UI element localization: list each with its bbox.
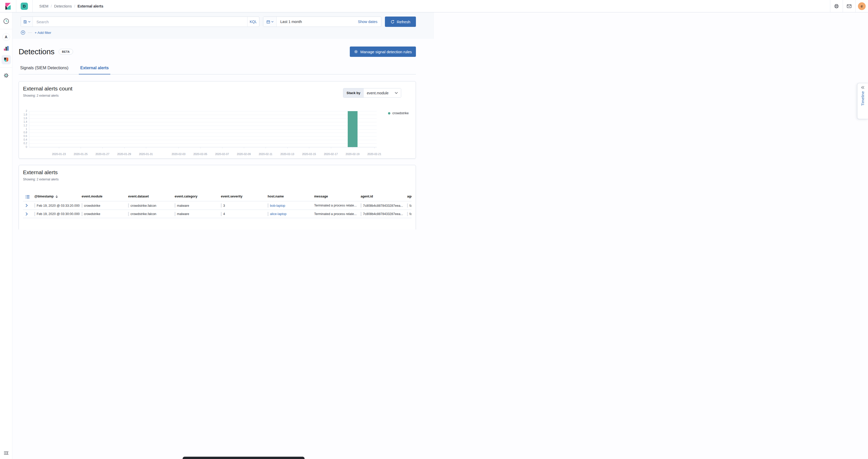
main-content: KQL Last 1 month Show dates (12, 0, 434, 230)
sidebar-item-visualize[interactable] (2, 44, 11, 53)
kibana-logo[interactable] (0, 0, 16, 12)
x-axis-tick-mark (331, 147, 331, 148)
drag-handle[interactable] (82, 204, 83, 208)
sidebar-item-siem[interactable] (2, 55, 11, 64)
apm-a-icon: A (2, 33, 10, 41)
drag-handle[interactable] (34, 204, 35, 208)
gridline (29, 122, 377, 122)
y-axis-tick: 1 (20, 128, 27, 130)
tab-external-alerts[interactable]: External alerts (79, 65, 110, 74)
y-axis-tick: 1.6 (20, 117, 27, 120)
expand-row-button[interactable] (26, 212, 28, 216)
gridline (29, 115, 377, 115)
drag-handle[interactable] (128, 212, 129, 216)
breadcrumb: SIEM / Detections / External alerts (39, 4, 103, 8)
search-bar: KQL (21, 17, 259, 27)
expand-row-button[interactable] (26, 204, 28, 207)
cell-agentid: 7c808b4c8878433287eea... (361, 204, 403, 208)
drag-handle[interactable] (407, 212, 408, 216)
x-axis-tick: 2020-01-23 (52, 152, 66, 156)
chevron-right-icon (26, 212, 28, 216)
query-section: KQL Last 1 month Show dates (12, 12, 434, 39)
date-range-value[interactable]: Last 1 month (277, 17, 302, 27)
column-header-eventcategory[interactable]: event.category (175, 194, 197, 198)
sidebar-item-management[interactable] (2, 71, 11, 80)
x-axis-tick: 2020-02-19 (346, 152, 360, 156)
alerts-table-body: Feb 19, 2020 @ 03:33:20.000crowdstrikecr… (23, 201, 411, 218)
cell-hostname[interactable]: bob-laptop (268, 204, 285, 208)
column-header-message[interactable]: message (314, 194, 328, 198)
refresh-label: Refresh (397, 20, 410, 24)
column-header-eventdataset[interactable]: event.dataset (128, 194, 149, 198)
date-quick-menu-button[interactable] (263, 17, 277, 27)
x-axis-tick-mark (374, 147, 375, 148)
drag-handle[interactable] (34, 212, 35, 216)
drag-handle[interactable] (175, 212, 176, 216)
search-input[interactable] (33, 17, 247, 27)
chart-legend[interactable]: crowdstrike (388, 112, 409, 115)
sidebar-item-apm[interactable]: A (2, 32, 11, 41)
drag-handle[interactable] (268, 212, 269, 216)
manage-button-label: Manage signal detection rules (361, 50, 412, 54)
x-axis-tick: 2020-02-11 (258, 152, 272, 156)
breadcrumb-siem[interactable]: SIEM (39, 4, 48, 8)
x-axis-tick: 2020-02-21 (367, 152, 381, 156)
calendar-icon (266, 20, 270, 24)
breadcrumb-separator: / (74, 4, 75, 8)
drag-handle[interactable] (128, 204, 129, 208)
siem-app-icon (3, 57, 9, 63)
detections-tabs: Signals (SIEM Detections) External alert… (19, 65, 416, 74)
drag-handle[interactable] (361, 212, 362, 216)
x-axis-tick-mark (309, 147, 309, 148)
column-header-agentid[interactable]: agent.id (361, 194, 373, 198)
saved-query-menu-button[interactable] (21, 17, 33, 27)
cell-message: Terminated a process relate... (314, 212, 357, 216)
recently-viewed-button[interactable] (2, 17, 11, 26)
drag-handle[interactable] (221, 212, 222, 216)
legend-dot (388, 112, 390, 115)
column-settings-button[interactable] (26, 195, 29, 200)
x-axis-tick: 2020-02-03 (172, 152, 185, 156)
column-header-hostname[interactable]: host.name (268, 194, 284, 198)
cell-eventcategory: malware (175, 204, 189, 208)
y-axis-tick: 0.8 (20, 131, 27, 134)
manage-signal-detection-rules-button[interactable]: Manage signal detection rules (350, 47, 416, 57)
cell-eventdataset: crowdstrike.falcon (128, 212, 156, 216)
drag-handle[interactable] (361, 204, 362, 208)
column-header-timestamp[interactable]: @timestamp (34, 194, 58, 198)
breadcrumb-separator: / (51, 4, 52, 8)
alerts-table: @timestampevent.moduleevent.datasetevent… (23, 194, 411, 218)
page-title: Detections (19, 47, 55, 56)
kql-button[interactable]: KQL (247, 17, 259, 27)
cell-eventseverity: 4 (221, 212, 225, 216)
refresh-button[interactable]: Refresh (385, 17, 416, 27)
cell-hostname[interactable]: alice-laptop (268, 212, 286, 216)
gridline (29, 132, 377, 133)
drag-handle[interactable] (407, 204, 408, 208)
drag-handle[interactable] (82, 212, 83, 216)
column-header-age[interactable]: age (407, 194, 411, 198)
detections-page: Detections BETA Manage signal detection … (12, 47, 434, 230)
x-axis-tick: 2020-02-13 (280, 152, 294, 156)
column-header-eventmodule[interactable]: event.module (82, 194, 102, 198)
drag-handle[interactable] (175, 204, 176, 208)
breadcrumb-detections[interactable]: Detections (54, 4, 72, 8)
add-filter-button[interactable]: + Add filter (35, 31, 51, 35)
x-axis-tick: 2020-02-09 (237, 152, 251, 156)
column-header-eventseverity[interactable]: event.severity (221, 194, 242, 198)
clock-icon (3, 18, 9, 24)
filter-icon[interactable] (21, 30, 25, 35)
drag-handle[interactable] (221, 204, 222, 208)
filter-row: + Add filter (21, 30, 416, 35)
gridline (29, 111, 377, 112)
alert-row: Feb 19, 2020 @ 03:33:20.000crowdstrikecr… (23, 201, 411, 210)
beta-badge: BETA (59, 49, 73, 55)
x-axis-tick-mark (124, 147, 125, 148)
tab-signals[interactable]: Signals (SIEM Detections) (19, 65, 70, 74)
space-switcher-badge[interactable]: D (21, 3, 28, 10)
table-panel-title: External alerts (23, 169, 411, 176)
external-alerts-table-panel: External alerts Showing: 2 external aler… (19, 165, 416, 230)
cell-age: fa (407, 212, 411, 216)
drag-handle[interactable] (268, 204, 269, 208)
show-dates-button[interactable]: Show dates (358, 17, 381, 27)
